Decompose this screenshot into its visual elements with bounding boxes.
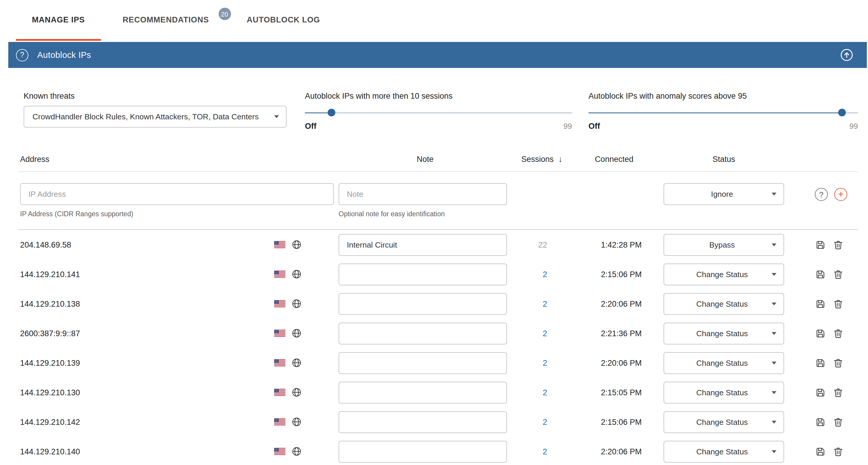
row-note-input[interactable] <box>339 263 507 285</box>
ip-address: 144.129.210.138 <box>20 299 274 308</box>
panel-header: ? Autoblock IPs <box>8 42 867 68</box>
globe-icon[interactable] <box>292 240 301 249</box>
note-cell <box>339 440 507 462</box>
status-cell: Change Status <box>642 440 784 462</box>
tab-autoblock-log[interactable]: AUTOBLOCK LOG <box>231 0 336 39</box>
delete-icon[interactable] <box>833 269 844 280</box>
row-note-input[interactable] <box>339 411 507 433</box>
address-cell: 144.129.210.138 <box>18 299 339 308</box>
note-helper-text: Optional note for easy identification <box>339 210 507 217</box>
page: MANAGE IPS RECOMMENDATIONS 20 AUTOBLOCK … <box>0 0 868 465</box>
row-status-select[interactable]: Bypass <box>663 234 784 255</box>
row-actions <box>784 416 858 428</box>
row-note-input[interactable] <box>339 234 507 255</box>
save-icon[interactable] <box>815 328 826 339</box>
row-note-input[interactable] <box>339 293 507 315</box>
sessions-count[interactable]: 2 <box>543 300 547 308</box>
us-flag-icon <box>274 330 285 337</box>
delete-icon[interactable] <box>833 357 844 368</box>
chevron-down-icon <box>772 332 776 335</box>
connected-time: 2:20:06 PM <box>547 299 642 308</box>
save-icon[interactable] <box>815 357 826 368</box>
save-icon[interactable] <box>815 269 826 280</box>
sessions-count[interactable]: 22 <box>538 241 547 249</box>
sessions-slider[interactable] <box>305 109 572 116</box>
sessions-count[interactable]: 2 <box>543 447 547 456</box>
ip-address: 144.129.210.141 <box>20 270 274 279</box>
ip-address-input[interactable] <box>20 183 334 205</box>
ip-helper-text: IP Address (CIDR Ranges supported) <box>20 210 334 217</box>
row-status-select[interactable]: Change Status <box>663 263 784 285</box>
save-icon[interactable] <box>815 387 826 398</box>
sessions-cell: 2 <box>512 269 547 279</box>
tab-recommendations[interactable]: RECOMMENDATIONS 20 <box>107 0 225 39</box>
slider-track[interactable] <box>305 112 572 113</box>
row-status-value: Change Status <box>696 299 748 308</box>
ip-address: 144.129.210.142 <box>20 417 274 426</box>
status-cell: Change Status <box>642 263 784 285</box>
slider-range-labels: Off 99 <box>305 122 572 131</box>
table-row: 204.148.69.58 <box>18 230 858 259</box>
help-icon[interactable]: ? <box>16 49 28 61</box>
status-cell: Change Status <box>642 293 784 315</box>
sessions-slider-thumb[interactable] <box>328 109 335 116</box>
add-ip-button[interactable]: + <box>834 188 847 201</box>
row-note-input[interactable] <box>339 440 507 462</box>
delete-icon[interactable] <box>833 446 844 457</box>
sessions-count[interactable]: 2 <box>543 329 547 338</box>
row-status-select[interactable]: Change Status <box>663 440 784 462</box>
delete-icon[interactable] <box>833 328 844 339</box>
known-threats-select[interactable]: CrowdHandler Block Rules, Known Attacker… <box>24 106 286 128</box>
globe-icon[interactable] <box>292 417 301 427</box>
tab-bar: MANAGE IPS RECOMMENDATIONS 20 AUTOBLOCK … <box>0 0 868 41</box>
save-icon[interactable] <box>815 446 826 457</box>
add-row-help-icon[interactable]: ? <box>815 188 828 201</box>
us-flag-icon <box>274 241 285 248</box>
anomaly-slider[interactable] <box>589 109 858 116</box>
connected-time: 2:20:06 PM <box>547 447 642 456</box>
add-actions-cell: ? + <box>784 188 858 201</box>
save-icon[interactable] <box>815 239 826 250</box>
row-status-select[interactable]: Change Status <box>663 352 784 374</box>
globe-icon[interactable] <box>292 299 301 308</box>
globe-icon[interactable] <box>292 447 301 456</box>
globe-icon[interactable] <box>292 270 301 279</box>
tab-manage-ips[interactable]: MANAGE IPS <box>16 0 101 39</box>
save-icon[interactable] <box>815 298 826 309</box>
sessions-count[interactable]: 2 <box>543 418 547 427</box>
tab-label: AUTOBLOCK LOG <box>247 15 320 24</box>
delete-icon[interactable] <box>833 239 844 250</box>
sessions-count[interactable]: 2 <box>543 359 547 368</box>
row-status-select[interactable]: Change Status <box>663 293 784 315</box>
row-status-select[interactable]: Change Status <box>663 411 784 433</box>
known-threats-label: Known threats <box>24 92 286 100</box>
globe-icon[interactable] <box>292 358 301 368</box>
row-actions <box>784 269 858 280</box>
row-status-select[interactable]: Change Status <box>663 322 784 344</box>
slider-fill <box>589 112 842 113</box>
delete-icon[interactable] <box>833 416 844 428</box>
row-note-input[interactable] <box>339 352 507 374</box>
ip-address: 204.148.69.58 <box>20 240 274 249</box>
sessions-cell: 22 <box>512 239 547 250</box>
sessions-cell: 2 <box>512 387 547 398</box>
globe-icon[interactable] <box>292 329 301 338</box>
note-input[interactable] <box>339 183 507 205</box>
row-note-input[interactable] <box>339 322 507 344</box>
table-row: 144.129.210.141 <box>18 259 858 289</box>
note-cell <box>339 352 507 374</box>
add-status-select[interactable]: Ignore <box>663 183 784 205</box>
sessions-count[interactable]: 2 <box>543 270 547 279</box>
delete-icon[interactable] <box>833 298 844 309</box>
sessions-count[interactable]: 2 <box>543 388 547 397</box>
row-note-input[interactable] <box>339 381 507 403</box>
delete-icon[interactable] <box>833 387 844 398</box>
row-status-select[interactable]: Change Status <box>663 381 784 403</box>
row-status-value: Change Status <box>696 358 748 367</box>
save-icon[interactable] <box>815 416 826 428</box>
globe-icon[interactable] <box>292 388 301 397</box>
collapse-up-icon[interactable] <box>840 48 854 62</box>
anomaly-slider-thumb[interactable] <box>838 109 845 116</box>
note-cell <box>339 263 507 285</box>
address-cell: 2600:387:9:9::87 <box>18 329 339 338</box>
